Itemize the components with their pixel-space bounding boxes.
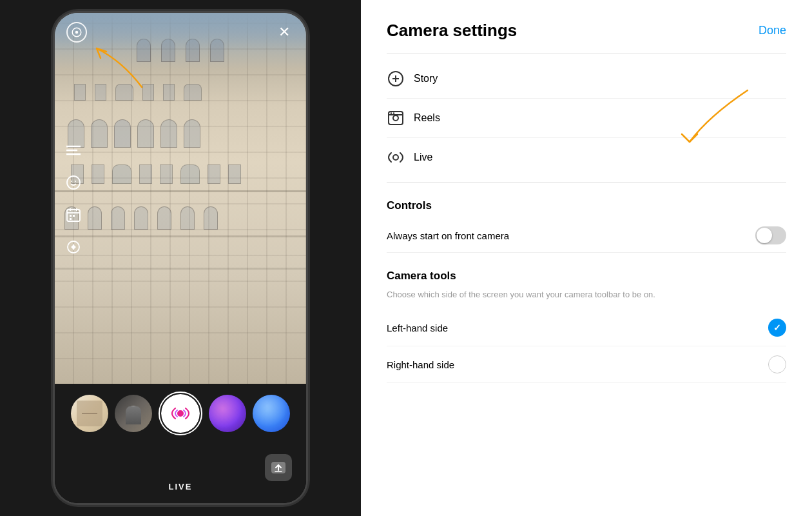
story-circle-art[interactable]	[71, 395, 108, 432]
svg-point-7	[75, 181, 76, 182]
svg-point-5	[67, 176, 80, 189]
front-camera-toggle[interactable]	[755, 226, 786, 244]
settings-header: Camera settings Done	[387, 21, 786, 41]
camera-tools-title: Camera tools	[387, 258, 786, 289]
done-button[interactable]: Done	[759, 24, 786, 37]
controls-divider	[387, 182, 786, 183]
phone-frame: ✕	[55, 13, 306, 503]
controls-section: Controls Always start on front camera	[387, 188, 786, 253]
left-hand-radio[interactable]: ✓	[768, 319, 786, 337]
camera-bottom: LIVE	[55, 384, 306, 503]
svg-point-6	[71, 181, 72, 182]
plus-circle-icon	[387, 70, 405, 88]
controls-section-title: Controls	[387, 188, 786, 219]
svg-point-22	[393, 115, 398, 121]
smiley-icon[interactable]	[64, 173, 83, 192]
menu-item-live[interactable]: Live	[387, 138, 786, 177]
live-broadcast-icon	[387, 148, 405, 166]
svg-point-1	[75, 31, 79, 34]
camera-mode-list: Story Reels	[387, 59, 786, 177]
sparkle-icon[interactable]	[64, 237, 83, 257]
camera-flip-button[interactable]	[265, 454, 292, 481]
svg-rect-12	[70, 215, 72, 217]
story-circles	[71, 392, 290, 435]
menu-item-reels[interactable]: Reels	[387, 99, 786, 138]
story-circle-purple[interactable]	[209, 395, 246, 432]
camera-view: ✕	[55, 13, 306, 384]
svg-point-25	[393, 112, 394, 114]
arrow-annotation	[84, 35, 161, 103]
svg-rect-13	[73, 215, 75, 217]
toggle-knob	[757, 228, 772, 243]
svg-rect-14	[70, 218, 72, 220]
camera-close-button[interactable]: ✕	[274, 22, 295, 43]
story-circle-figure[interactable]	[115, 395, 152, 432]
front-camera-label: Always start on front camera	[387, 230, 509, 241]
reels-label: Reels	[414, 112, 440, 124]
live-label: LIVE	[169, 482, 193, 491]
left-toolbar	[64, 141, 83, 257]
svg-point-16	[177, 410, 184, 417]
camera-tools-description: Choose which side of the screen you want…	[387, 289, 786, 301]
live-label-settings: Live	[414, 152, 432, 163]
story-label: Story	[414, 73, 438, 84]
menu-icon[interactable]	[64, 141, 83, 160]
front-camera-row: Always start on front camera	[387, 219, 786, 253]
svg-point-26	[393, 155, 398, 160]
calendar-icon[interactable]	[64, 205, 83, 224]
settings-title: Camera settings	[387, 21, 517, 41]
phone-panel: ✕	[0, 0, 361, 516]
left-hand-label: Left-hand side	[387, 322, 448, 333]
svg-point-24	[391, 112, 392, 114]
right-hand-option[interactable]: Right-hand side	[387, 346, 786, 383]
left-hand-option[interactable]: Left-hand side ✓	[387, 310, 786, 346]
right-hand-radio[interactable]	[768, 355, 786, 373]
header-divider	[387, 54, 786, 54]
phone-screen: ✕	[55, 13, 306, 503]
menu-item-story[interactable]: Story	[387, 59, 786, 99]
story-circle-live[interactable]	[159, 392, 202, 435]
camera-tools-section: Camera tools Choose which side of the sc…	[387, 258, 786, 383]
settings-panel: Camera settings Done Story	[361, 0, 812, 516]
right-hand-label: Right-hand side	[387, 359, 454, 370]
story-circle-blue[interactable]	[253, 395, 290, 432]
reels-icon	[387, 109, 405, 127]
checkmark-icon: ✓	[773, 322, 781, 333]
